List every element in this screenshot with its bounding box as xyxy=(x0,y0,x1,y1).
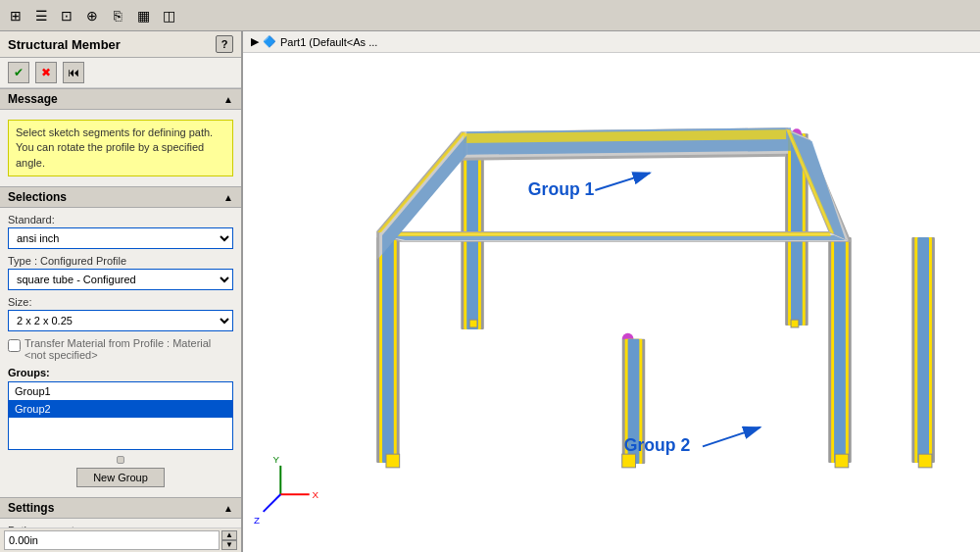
back-button[interactable]: ⏮ xyxy=(63,62,84,83)
type-label: Type : Configured Profile xyxy=(8,255,233,267)
toolbar-btn-1[interactable]: ☰ xyxy=(29,4,53,27)
toolbar-btn-0[interactable]: ⊞ xyxy=(4,4,27,27)
value-spinner: ▲ ▼ xyxy=(221,530,237,550)
settings-chevron: ▲ xyxy=(223,503,233,514)
panel-actions: ✔ ✖ ⏮ xyxy=(0,58,241,88)
svg-rect-36 xyxy=(835,454,849,468)
new-group-button[interactable]: New Group xyxy=(76,468,165,487)
svg-rect-38 xyxy=(469,320,477,327)
size-select[interactable]: 2 x 2 x 0.25 xyxy=(8,310,233,331)
help-button[interactable]: ? xyxy=(216,35,233,53)
3d-structure: Group 1 Group 2 xyxy=(243,53,980,552)
svg-text:Z: Z xyxy=(254,515,260,526)
spinner-up[interactable]: ▲ xyxy=(221,530,237,540)
transfer-material-row: Transfer Material from Profile : Materia… xyxy=(8,337,233,361)
selections-section-header[interactable]: Selections ▲ xyxy=(0,186,241,208)
standard-select[interactable]: ansi inch xyxy=(8,227,233,249)
toolbar-btn-6[interactable]: ◫ xyxy=(157,4,180,27)
message-section-header[interactable]: Message ▲ xyxy=(0,88,241,110)
transfer-material-label: Transfer Material from Profile : Materia… xyxy=(24,337,233,361)
svg-rect-35 xyxy=(386,454,400,468)
main-area: Structural Member ? ✔ ✖ ⏮ Message ▲ Sele… xyxy=(0,31,980,552)
toolbar: ⊞ ☰ ⊡ ⊕ ⎘ ▦ ◫ xyxy=(0,0,980,31)
svg-rect-44 xyxy=(622,454,636,468)
standard-label: Standard: xyxy=(8,214,233,226)
svg-rect-18 xyxy=(917,237,929,463)
panel-title: Structural Member xyxy=(8,37,121,52)
selections-content: Standard: ansi inch Type : Configured Pr… xyxy=(0,208,241,497)
selections-chevron: ▲ xyxy=(223,192,233,203)
svg-rect-39 xyxy=(791,320,799,327)
spinner-down[interactable]: ▼ xyxy=(221,540,237,550)
toolbar-btn-5[interactable]: ▦ xyxy=(131,4,155,27)
svg-rect-15 xyxy=(382,237,394,463)
selections-section-title: Selections xyxy=(8,190,67,204)
cancel-button[interactable]: ✖ xyxy=(35,62,57,83)
part-icon: 🔷 xyxy=(263,35,276,48)
groups-scroll xyxy=(8,454,233,466)
toolbar-btn-2[interactable]: ⊡ xyxy=(55,4,78,27)
svg-rect-37 xyxy=(918,454,932,468)
confirm-button[interactable]: ✔ xyxy=(8,62,29,83)
group-item-1[interactable]: Group2 xyxy=(9,400,232,418)
left-panel: Structural Member ? ✔ ✖ ⏮ Message ▲ Sele… xyxy=(0,31,243,552)
bottom-value-row: ▲ ▼ xyxy=(0,527,241,552)
svg-text:Group 1: Group 1 xyxy=(528,179,595,199)
breadcrumb-arrow: ▶ xyxy=(251,35,259,48)
svg-text:X: X xyxy=(313,489,319,500)
breadcrumb-bar: ▶ 🔷 Part1 (Default<As ... xyxy=(243,31,980,53)
group-item-0[interactable]: Group1 xyxy=(9,382,232,400)
type-select[interactable]: square tube - Configured xyxy=(8,269,233,290)
size-label: Size: xyxy=(8,296,233,308)
panel-scroll: Message ▲ Select sketch segments for def… xyxy=(0,88,241,527)
svg-marker-30 xyxy=(377,232,831,236)
svg-text:Group 2: Group 2 xyxy=(624,435,691,455)
toolbar-btn-4[interactable]: ⎘ xyxy=(106,4,129,27)
viewport: ▶ 🔷 Part1 (Default<As ... xyxy=(243,31,980,552)
message-content: Select sketch segments for defining path… xyxy=(0,110,241,186)
toolbar-btn-3[interactable]: ⊕ xyxy=(80,4,104,27)
settings-section-title: Settings xyxy=(8,501,54,515)
svg-text:Y: Y xyxy=(272,454,279,465)
svg-rect-0 xyxy=(252,53,971,552)
settings-section-header[interactable]: Settings ▲ xyxy=(0,497,241,519)
breadcrumb-text: Part1 (Default<As ... xyxy=(280,36,377,48)
message-box: Select sketch segments for defining path… xyxy=(8,120,233,176)
groups-list: Group1 Group2 xyxy=(8,381,233,450)
svg-rect-11 xyxy=(834,237,846,463)
message-chevron: ▲ xyxy=(223,94,233,105)
value-input[interactable] xyxy=(4,530,220,550)
scroll-dot xyxy=(117,456,124,464)
transfer-material-checkbox[interactable] xyxy=(8,339,21,352)
settings-content: Path segments: Line8@3DSketch12 Line7@3D… xyxy=(0,519,241,527)
panel-title-bar: Structural Member ? xyxy=(0,31,241,58)
message-section-title: Message xyxy=(8,92,58,106)
groups-label: Groups: xyxy=(8,367,233,378)
